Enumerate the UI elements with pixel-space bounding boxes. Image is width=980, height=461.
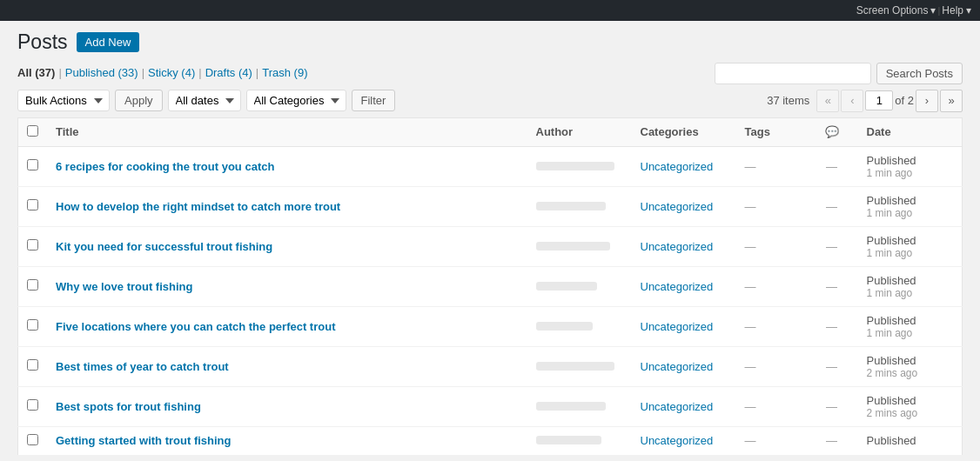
filter-trash[interactable]: Trash (9): [262, 66, 307, 79]
current-page-input[interactable]: 1: [865, 90, 893, 110]
row-checkbox-cell: [18, 346, 48, 386]
admin-bar: Screen Options ▾ | Help ▾: [0, 0, 980, 21]
post-title-link[interactable]: Best times of year to catch trout: [56, 360, 229, 373]
col-header-comments: 💬: [806, 117, 858, 146]
dates-filter-select[interactable]: All dates: [168, 90, 241, 111]
row-checkbox[interactable]: [27, 239, 38, 251]
row-author-cell: [527, 426, 632, 455]
last-page-button[interactable]: »: [940, 90, 963, 112]
post-title-link[interactable]: Kit you need for successful trout fishin…: [56, 240, 272, 253]
tablenav-top: Bulk Actions Apply All dates All Categor…: [17, 90, 963, 112]
help-button[interactable]: Help ▾: [942, 4, 971, 17]
filter-published[interactable]: Published (33): [65, 66, 138, 79]
category-link[interactable]: Uncategorized: [641, 200, 714, 213]
row-author-cell: [527, 386, 632, 426]
first-page-button[interactable]: «: [816, 90, 839, 112]
row-category-cell: Uncategorized: [632, 346, 736, 386]
row-date-cell: Published 1 min ago: [858, 226, 963, 266]
pagination: « ‹ 1 of 2 › »: [816, 90, 963, 112]
col-header-tags[interactable]: Tags: [736, 117, 806, 146]
tags-value: —: [745, 280, 756, 293]
row-comments-cell: —: [806, 226, 858, 266]
comments-value: —: [826, 360, 837, 373]
row-checkbox-cell: [18, 266, 48, 306]
filter-button[interactable]: Filter: [352, 90, 396, 111]
post-date: 2 mins ago: [867, 367, 954, 379]
row-title-cell: How to develop the right mindset to catc…: [47, 186, 527, 226]
tags-value: —: [745, 400, 756, 413]
next-page-button[interactable]: ›: [916, 90, 938, 112]
col-header-categories[interactable]: Categories: [632, 117, 736, 146]
row-author-cell: [527, 146, 632, 186]
post-title-link[interactable]: How to develop the right mindset to catc…: [56, 200, 340, 213]
tags-value: —: [745, 320, 756, 333]
col-header-check: [18, 117, 48, 146]
filter-all[interactable]: All (37): [17, 66, 55, 79]
post-status: Published: [867, 394, 916, 407]
row-tags-cell: —: [736, 306, 806, 346]
table-row: Five locations where you can catch the p…: [18, 306, 963, 346]
row-checkbox[interactable]: [27, 399, 38, 411]
row-checkbox-cell: [18, 146, 48, 186]
bulk-actions-select[interactable]: Bulk Actions: [17, 90, 110, 111]
row-date-cell: Published 2 mins ago: [858, 346, 963, 386]
row-checkbox[interactable]: [27, 159, 38, 170]
add-new-button[interactable]: Add New: [77, 32, 140, 52]
post-date: 1 min ago: [867, 287, 954, 299]
post-title-link[interactable]: Why we love trout fishing: [56, 280, 192, 293]
filter-sticky[interactable]: Sticky (4): [148, 66, 195, 79]
category-link[interactable]: Uncategorized: [641, 240, 714, 253]
category-link[interactable]: Uncategorized: [641, 320, 714, 333]
row-checkbox[interactable]: [27, 319, 38, 331]
comments-value: —: [826, 160, 837, 173]
table-row: Best spots for trout fishing Uncategoriz…: [18, 386, 963, 426]
page-header: Posts Add New: [17, 30, 963, 56]
row-checkbox[interactable]: [27, 359, 38, 371]
author-placeholder: [536, 402, 606, 411]
screen-options-button[interactable]: Screen Options ▾: [856, 4, 936, 17]
comments-value: —: [826, 400, 837, 413]
post-date: 1 min ago: [867, 167, 954, 179]
category-link[interactable]: Uncategorized: [641, 434, 714, 447]
author-placeholder: [536, 322, 593, 331]
post-title-link[interactable]: Best spots for trout fishing: [56, 400, 201, 413]
apply-button[interactable]: Apply: [115, 90, 163, 111]
row-title-cell: Five locations where you can catch the p…: [47, 306, 527, 346]
category-link[interactable]: Uncategorized: [641, 400, 714, 413]
col-header-author[interactable]: Author: [527, 117, 632, 146]
categories-filter-select[interactable]: All Categories: [246, 90, 346, 111]
col-header-title[interactable]: Title: [47, 117, 527, 146]
row-checkbox[interactable]: [27, 279, 38, 291]
post-title-link[interactable]: Five locations where you can catch the p…: [56, 320, 335, 333]
row-checkbox-cell: [18, 186, 48, 226]
post-title-link[interactable]: Getting started with trout fishing: [56, 434, 232, 447]
prev-page-button[interactable]: ‹: [841, 90, 863, 112]
row-tags-cell: —: [736, 386, 806, 426]
select-all-checkbox[interactable]: [27, 125, 38, 137]
table-row: 6 recipes for cooking the trout you catc…: [18, 146, 963, 186]
col-header-date[interactable]: Date: [858, 117, 963, 146]
category-link[interactable]: Uncategorized: [641, 360, 714, 373]
row-author-cell: [527, 186, 632, 226]
filter-drafts[interactable]: Drafts (4): [205, 66, 252, 79]
post-title-link[interactable]: 6 recipes for cooking the trout you catc…: [56, 160, 274, 173]
row-checkbox[interactable]: [27, 434, 38, 445]
search-posts-button[interactable]: Search Posts: [876, 63, 963, 84]
row-tags-cell: —: [736, 186, 806, 226]
author-placeholder: [536, 162, 614, 170]
comments-value: —: [826, 240, 837, 253]
search-input[interactable]: [715, 63, 871, 84]
tags-value: —: [745, 200, 756, 213]
row-comments-cell: —: [806, 386, 858, 426]
row-date-cell: Published 1 min ago: [858, 146, 963, 186]
row-date-cell: Published 1 min ago: [858, 186, 963, 226]
post-date: 1 min ago: [867, 247, 954, 259]
category-link[interactable]: Uncategorized: [641, 160, 714, 173]
category-link[interactable]: Uncategorized: [641, 280, 714, 293]
row-comments-cell: —: [806, 426, 858, 455]
row-author-cell: [527, 266, 632, 306]
post-date: 2 mins ago: [867, 407, 954, 419]
tags-value: —: [745, 360, 756, 373]
row-checkbox[interactable]: [27, 199, 38, 210]
table-row: How to develop the right mindset to catc…: [18, 186, 963, 226]
